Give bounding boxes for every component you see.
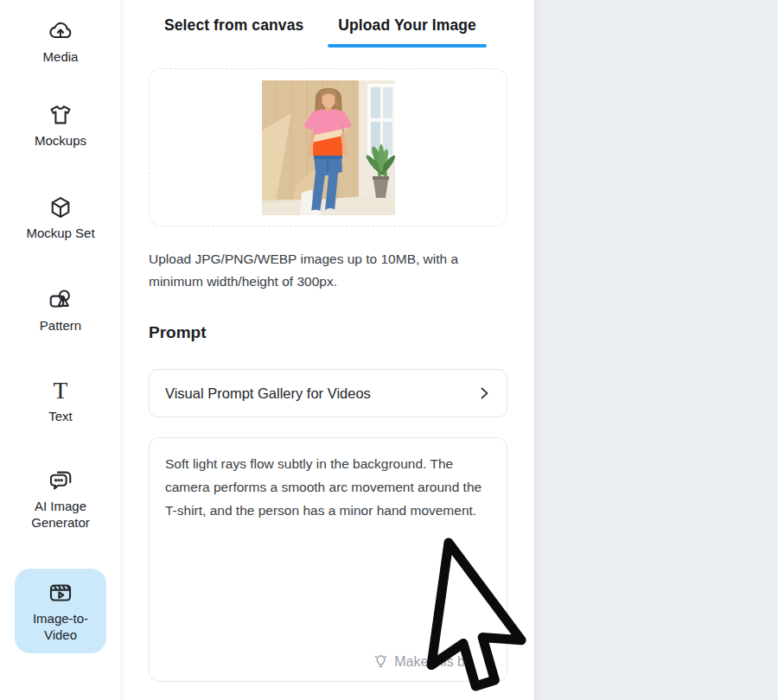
canvas-background [534,0,778,700]
uploaded-image-preview [262,80,395,215]
cube-icon [48,194,73,220]
prompt-heading: Prompt [149,323,534,342]
sidebar-item-ai-image-generator[interactable]: AI Image Generator [0,468,121,531]
sidebar-item-label: Media [43,48,79,65]
sidebar-item-pattern[interactable]: Pattern [0,287,121,334]
sidebar-item-text[interactable]: T Text [0,378,121,424]
sidebar: Media Mockups Mockup Set [0,0,122,700]
tshirt-icon [48,102,73,128]
sidebar-item-label: Mockups [35,132,86,149]
tab-select-from-canvas[interactable]: Select from canvas [153,11,315,48]
upload-hint: Upload JPG/PNG/WEBP images up to 10MB, w… [149,248,514,293]
make-better-label: Make this better [394,654,493,670]
sidebar-item-image-to-video[interactable]: Image-to-Video [15,569,106,653]
sidebar-item-label: AI Image Generator [19,498,102,531]
sidebar-item-label: Image-to-Video [19,610,102,643]
video-clip-icon [48,580,73,606]
image-to-video-panel: Select from canvas Upload Your Image [122,0,534,700]
app-root: Media Mockups Mockup Set [0,0,778,700]
prompt-text: Soft light rays flow subtly in the backg… [165,452,491,522]
visual-prompt-gallery-button[interactable]: Visual Prompt Gallery for Videos [149,369,507,417]
tab-upload-your-image[interactable]: Upload Your Image [327,11,488,48]
upload-dropzone[interactable] [149,68,507,226]
sidebar-item-mockups[interactable]: Mockups [0,102,121,149]
sidebar-item-media[interactable]: Media [0,18,121,65]
cloud-upload-icon [48,18,73,44]
prompt-textarea[interactable]: Soft light rays flow subtly in the backg… [149,437,507,682]
chevron-right-icon [475,385,493,402]
text-icon: T [48,378,73,404]
svg-text:T: T [54,378,68,404]
sidebar-item-mockup-set[interactable]: Mockup Set [0,194,121,241]
sidebar-item-label: Pattern [40,317,81,334]
make-this-better-button[interactable]: Make this better [373,653,493,670]
lightbulb-icon [373,653,389,670]
sidebar-item-label: Text [48,408,73,424]
tab-bar: Select from canvas Upload Your Image [153,11,534,48]
gallery-button-label: Visual Prompt Gallery for Videos [165,385,371,402]
sidebar-item-label: Mockup Set [26,225,94,241]
chat-bubbles-icon [48,468,73,493]
shapes-icon [48,287,73,313]
